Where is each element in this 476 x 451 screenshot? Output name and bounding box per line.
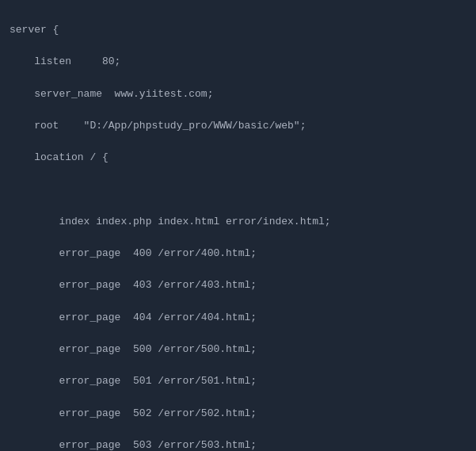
code-line-14: error_page 503 /error/503.html;	[10, 438, 466, 451]
code-line-2: listen 80;	[10, 54, 466, 70]
code-line-3: server_name www.yiitest.com;	[10, 86, 466, 102]
code-line-1: server {	[10, 22, 466, 38]
code-line-8: error_page 400 /error/400.html;	[10, 246, 466, 262]
code-line-13: error_page 502 /error/502.html;	[10, 406, 466, 422]
code-editor: server { listen 80; server_name www.yiit…	[0, 0, 476, 451]
code-line-10: error_page 404 /error/404.html;	[10, 310, 466, 326]
code-line-6	[10, 182, 466, 198]
code-line-12: error_page 501 /error/501.html;	[10, 373, 466, 389]
code-line-7: index index.php index.html error/index.h…	[10, 214, 466, 230]
code-line-11: error_page 500 /error/500.html;	[10, 342, 466, 357]
code-line-5: location / {	[10, 150, 466, 166]
code-line-4: root "D:/App/phpstudy_pro/WWW/basic/web"…	[10, 118, 466, 134]
code-line-9: error_page 403 /error/403.html;	[10, 277, 466, 293]
